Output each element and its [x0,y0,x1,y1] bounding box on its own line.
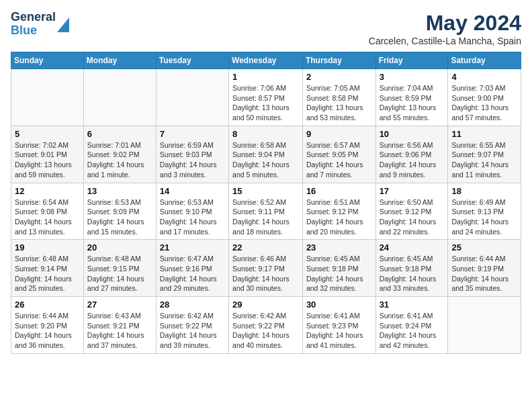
day-number: 22 [232,242,299,253]
calendar-cell: 26Sunrise: 6:44 AM Sunset: 9:20 PM Dayli… [11,297,84,354]
calendar-cell: 21Sunrise: 6:47 AM Sunset: 9:16 PM Dayli… [156,240,228,297]
calendar-cell: 15Sunrise: 6:52 AM Sunset: 9:11 PM Dayli… [229,183,303,240]
day-number: 20 [87,242,152,253]
cell-content: Sunrise: 6:42 AM Sunset: 9:22 PM Dayligh… [160,311,225,351]
day-number: 16 [306,186,372,196]
cell-content: Sunrise: 6:47 AM Sunset: 9:16 PM Dayligh… [160,254,225,293]
day-number: 28 [160,300,225,310]
calendar-cell: 20Sunrise: 6:48 AM Sunset: 9:15 PM Dayli… [83,240,156,297]
calendar-cell: 3Sunrise: 7:04 AM Sunset: 8:59 PM Daylig… [375,69,448,126]
day-number: 5 [15,129,80,139]
calendar-cell: 12Sunrise: 6:54 AM Sunset: 9:08 PM Dayli… [11,183,84,240]
weekday-header-tuesday: Tuesday [156,52,228,69]
weekday-header-sunday: Sunday [11,52,84,69]
day-number: 3 [380,72,445,82]
day-number: 17 [380,186,445,196]
cell-content: Sunrise: 6:43 AM Sunset: 9:21 PM Dayligh… [87,311,152,351]
day-number: 2 [306,72,372,82]
cell-content: Sunrise: 6:55 AM Sunset: 9:07 PM Dayligh… [451,140,517,180]
day-number: 12 [15,186,80,196]
cell-content: Sunrise: 6:57 AM Sunset: 9:05 PM Dayligh… [306,140,372,180]
day-number: 18 [451,186,517,196]
calendar-cell: 7Sunrise: 6:59 AM Sunset: 9:03 PM Daylig… [156,126,228,183]
calendar-week-3: 12Sunrise: 6:54 AM Sunset: 9:08 PM Dayli… [11,183,521,240]
day-number: 24 [380,242,445,253]
page-title: May 2024 [369,11,521,36]
cell-content: Sunrise: 6:58 AM Sunset: 9:04 PM Dayligh… [232,140,299,180]
calendar-cell: 4Sunrise: 7:03 AM Sunset: 9:00 PM Daylig… [448,69,521,126]
cell-content: Sunrise: 7:04 AM Sunset: 8:59 PM Dayligh… [380,83,445,123]
logo-text: General Blue [11,11,56,38]
calendar-cell: 19Sunrise: 6:48 AM Sunset: 9:14 PM Dayli… [11,240,84,297]
calendar-cell: 16Sunrise: 6:51 AM Sunset: 9:12 PM Dayli… [302,183,375,240]
cell-content: Sunrise: 6:51 AM Sunset: 9:12 PM Dayligh… [306,197,372,237]
cell-content: Sunrise: 6:48 AM Sunset: 9:15 PM Dayligh… [87,254,152,293]
calendar-table: SundayMondayTuesdayWednesdayThursdayFrid… [11,52,521,354]
cell-content: Sunrise: 6:48 AM Sunset: 9:14 PM Dayligh… [15,254,80,293]
calendar-cell: 9Sunrise: 6:57 AM Sunset: 9:05 PM Daylig… [302,126,375,183]
cell-content: Sunrise: 6:53 AM Sunset: 9:09 PM Dayligh… [87,197,152,237]
title-area: May 2024 Carcelen, Castille-La Mancha, S… [369,11,521,46]
calendar-cell: 29Sunrise: 6:42 AM Sunset: 9:22 PM Dayli… [229,297,303,354]
calendar-cell: 13Sunrise: 6:53 AM Sunset: 9:09 PM Dayli… [83,183,156,240]
weekday-header-monday: Monday [83,52,156,69]
weekday-header-wednesday: Wednesday [229,52,303,69]
calendar-cell: 2Sunrise: 7:05 AM Sunset: 8:58 PM Daylig… [302,69,375,126]
day-number: 23 [306,242,372,253]
cell-content: Sunrise: 6:52 AM Sunset: 9:11 PM Dayligh… [232,197,299,237]
cell-content: Sunrise: 6:41 AM Sunset: 9:24 PM Dayligh… [380,311,445,351]
calendar-week-5: 26Sunrise: 6:44 AM Sunset: 9:20 PM Dayli… [11,297,521,354]
day-number: 29 [232,300,299,310]
calendar-cell: 25Sunrise: 6:44 AM Sunset: 9:19 PM Dayli… [448,240,521,297]
calendar-cell: 23Sunrise: 6:45 AM Sunset: 9:18 PM Dayli… [302,240,375,297]
day-number: 25 [451,242,517,253]
cell-content: Sunrise: 7:01 AM Sunset: 9:02 PM Dayligh… [87,140,152,180]
cell-content: Sunrise: 6:50 AM Sunset: 9:12 PM Dayligh… [380,197,445,237]
cell-content: Sunrise: 7:05 AM Sunset: 8:58 PM Dayligh… [306,83,372,123]
calendar-week-4: 19Sunrise: 6:48 AM Sunset: 9:14 PM Dayli… [11,240,521,297]
cell-content: Sunrise: 6:59 AM Sunset: 9:03 PM Dayligh… [160,140,225,180]
day-number: 6 [87,129,152,139]
day-number: 13 [87,186,152,196]
weekday-header-thursday: Thursday [302,52,375,69]
calendar-cell: 6Sunrise: 7:01 AM Sunset: 9:02 PM Daylig… [83,126,156,183]
day-number: 21 [160,242,225,253]
day-number: 7 [160,129,225,139]
calendar-cell: 18Sunrise: 6:49 AM Sunset: 9:13 PM Dayli… [448,183,521,240]
calendar-cell: 30Sunrise: 6:41 AM Sunset: 9:23 PM Dayli… [302,297,375,354]
cell-content: Sunrise: 7:03 AM Sunset: 9:00 PM Dayligh… [451,83,517,123]
cell-content: Sunrise: 6:41 AM Sunset: 9:23 PM Dayligh… [306,311,372,351]
calendar-cell: 17Sunrise: 6:50 AM Sunset: 9:12 PM Dayli… [375,183,448,240]
cell-content: Sunrise: 6:45 AM Sunset: 9:18 PM Dayligh… [306,254,372,293]
logo-icon [57,17,69,32]
calendar-cell [83,69,156,126]
calendar-cell: 27Sunrise: 6:43 AM Sunset: 9:21 PM Dayli… [83,297,156,354]
day-number: 14 [160,186,225,196]
day-number: 1 [232,72,299,82]
cell-content: Sunrise: 6:49 AM Sunset: 9:13 PM Dayligh… [451,197,517,237]
cell-content: Sunrise: 7:06 AM Sunset: 8:57 PM Dayligh… [232,83,299,123]
cell-content: Sunrise: 6:46 AM Sunset: 9:17 PM Dayligh… [232,254,299,293]
weekday-header-saturday: Saturday [448,52,521,69]
day-number: 8 [232,129,299,139]
day-number: 4 [451,72,517,82]
weekday-header-row: SundayMondayTuesdayWednesdayThursdayFrid… [11,52,521,69]
calendar-week-1: 1Sunrise: 7:06 AM Sunset: 8:57 PM Daylig… [11,69,521,126]
calendar-cell: 10Sunrise: 6:56 AM Sunset: 9:06 PM Dayli… [375,126,448,183]
calendar-cell: 5Sunrise: 7:02 AM Sunset: 9:01 PM Daylig… [11,126,84,183]
day-number: 10 [380,129,445,139]
calendar-cell: 22Sunrise: 6:46 AM Sunset: 9:17 PM Dayli… [229,240,303,297]
cell-content: Sunrise: 6:44 AM Sunset: 9:20 PM Dayligh… [15,311,80,351]
cell-content: Sunrise: 6:53 AM Sunset: 9:10 PM Dayligh… [160,197,225,237]
calendar-cell: 28Sunrise: 6:42 AM Sunset: 9:22 PM Dayli… [156,297,228,354]
day-number: 19 [15,242,80,253]
calendar-cell [448,297,521,354]
cell-content: Sunrise: 6:54 AM Sunset: 9:08 PM Dayligh… [15,197,80,237]
cell-content: Sunrise: 6:45 AM Sunset: 9:18 PM Dayligh… [380,254,445,293]
page-subtitle: Carcelen, Castille-La Mancha, Spain [369,36,521,46]
weekday-header-friday: Friday [375,52,448,69]
logo: General Blue [11,11,69,38]
calendar-cell: 8Sunrise: 6:58 AM Sunset: 9:04 PM Daylig… [229,126,303,183]
day-number: 9 [306,129,372,139]
day-number: 31 [380,300,445,310]
